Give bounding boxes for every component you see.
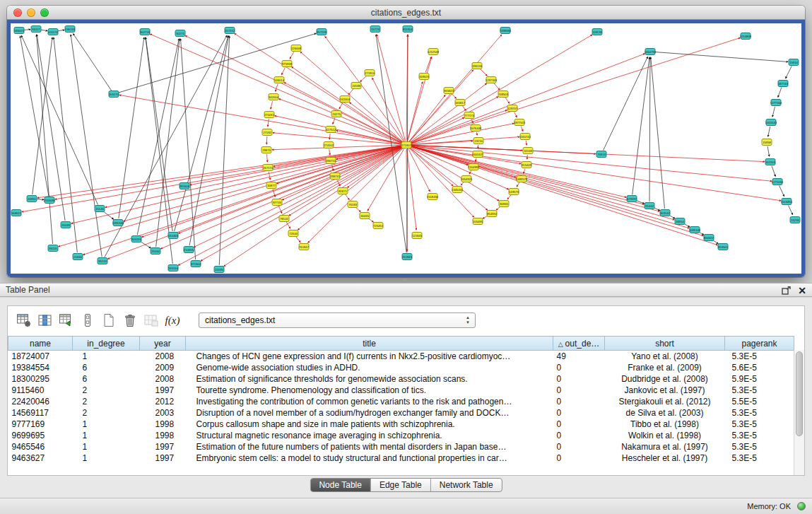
minimize-window-button[interactable] [27,8,35,17]
graph-node[interactable]: 25160 [151,248,160,255]
graph-node[interactable]: 146014 [274,77,285,83]
graph-node[interactable]: 96115 [48,245,58,252]
cell-title[interactable]: Embryonic stem cells: a model to study s… [186,452,553,464]
graph-node[interactable]: 27182 [262,129,272,136]
scrollbar-thumb[interactable] [796,351,803,436]
graph-node[interactable]: 32168 [523,148,533,154]
cell-name[interactable]: 9465546 [8,441,73,452]
cell-name[interactable]: 9777169 [8,419,73,430]
cell-pagerank[interactable]: 5.6E-5 [725,362,794,373]
function-builder-button[interactable]: f(x) [162,310,183,330]
close-window-button[interactable] [13,8,22,17]
row-options-button[interactable] [77,310,98,330]
cell-year[interactable]: 2009 [140,362,186,373]
column-header-name[interactable]: name [8,337,73,351]
cell-title[interactable]: Disruption of a novel member of a sodium… [186,407,553,419]
graph-node[interactable]: 1654923 [461,176,473,182]
graph-node[interactable]: 151469 [168,233,179,239]
graph-node[interactable]: 1877515 [514,119,526,126]
cell-in_degree[interactable]: 1 [73,419,140,430]
cell-in_degree[interactable]: 2 [73,407,140,419]
cell-in_degree[interactable]: 6 [73,373,140,385]
graph-node[interactable]: 15914 [789,59,799,66]
window-titlebar[interactable]: citations_edges.txt [7,6,805,20]
cell-short[interactable]: de Silva et al. (2003) [605,407,725,419]
graph-node[interactable]: 305155 [131,236,142,243]
cell-title[interactable]: Estimation of the future numbers of pati… [186,441,553,452]
graph-node[interactable]: 915449 [522,162,532,168]
graph-node[interactable]: 955823 [444,88,454,94]
column-header-short[interactable]: short [605,337,725,351]
graph-node[interactable]: 854932 [487,211,498,217]
cell-title[interactable]: Investigating the contribution of common… [186,396,553,407]
cell-title[interactable]: Structural magnetic resonance image aver… [186,430,553,441]
graph-node[interactable]: 1664794 [645,49,657,55]
graph-node[interactable]: 298731 [330,173,341,180]
graph-node[interactable]: 811304 [403,26,413,33]
column-header-in_degree[interactable]: in_degree [73,337,140,351]
cell-title[interactable]: Changes of HCN gene expression and I(f) … [186,351,553,362]
float-panel-button[interactable] [782,286,791,295]
graph-node[interactable]: 136118 [65,26,75,33]
graph-node[interactable]: 75913 [596,151,606,158]
cell-pagerank[interactable]: 5.3E-5 [725,385,794,396]
network-canvas[interactable]: 1724072718102418824200424275427512274102… [11,23,801,274]
cell-pagerank[interactable]: 5.3E-5 [725,441,794,452]
graph-node[interactable]: 21666 [73,254,83,260]
graph-node[interactable]: 1297343 [486,77,498,83]
table-row[interactable]: 977716911998Corpus callosum shape and si… [8,419,794,430]
graph-node[interactable]: 1991550 [112,220,124,226]
cell-year[interactable]: 1997 [140,385,186,396]
cell-in_degree[interactable]: 1 [73,430,140,441]
table-row[interactable]: 1872400712008Changes of HCN gene express… [8,351,794,362]
graph-node[interactable]: 725451 [373,223,384,229]
graph-node[interactable]: 172407 [401,142,412,148]
graph-node[interactable]: 72544 [288,230,298,237]
graph-node[interactable]: 29875 [261,147,271,153]
graph-node[interactable]: 1601627 [472,151,484,158]
cell-name[interactable]: 14569117 [8,407,73,419]
graph-node[interactable]: 121845 [412,233,423,239]
cell-pagerank[interactable]: 5.9E-5 [725,373,794,385]
graph-node[interactable]: 165817 [455,100,466,106]
column-header-title[interactable]: title [186,337,553,351]
cell-pagerank[interactable]: 5.3E-5 [725,430,794,441]
graph-node[interactable]: 76183 [348,201,358,208]
cell-name[interactable]: 18724007 [8,351,73,362]
graph-node[interactable]: 1212549 [428,49,440,55]
cell-short[interactable]: Nakamura et al. (1997) [605,441,725,452]
graph-node[interactable]: 30465 [360,213,370,219]
graph-node[interactable]: 271810 [365,70,375,76]
cell-out_degree[interactable]: 0 [553,430,605,441]
graph-node[interactable]: 168621 [11,210,22,216]
graph-node[interactable]: 1345451 [452,187,464,193]
table-row[interactable]: 969969511998Structural magnetic resonanc… [8,430,794,441]
graph-node[interactable]: 242004 [340,96,351,103]
graph-node[interactable]: 157232 [225,28,235,34]
graph-node[interactable]: 78142 [279,216,289,222]
graph-node[interactable]: 38914 [675,218,685,225]
graph-node[interactable]: 777174 [464,112,475,119]
cell-short[interactable]: Wolkin et al. (1998) [605,430,725,441]
graph-node[interactable]: 7204987 [468,164,480,170]
tab-node-table[interactable]: Node Table [310,479,371,491]
graph-node[interactable]: 187743 [778,81,789,87]
graph-node[interactable]: 342004 [269,94,279,100]
graph-node[interactable]: 210655 [184,247,194,253]
graph-node[interactable]: 924501 [718,244,729,250]
graph-node[interactable]: 274102 [324,142,334,148]
tab-edge-table[interactable]: Edge Table [371,479,431,491]
network-table-selector[interactable]: citations_edges.txt ▲▼ [199,313,476,328]
graph-node[interactable]: 13216 [473,138,483,144]
delete-table-button[interactable] [119,310,141,330]
cell-in_degree[interactable]: 2 [73,396,140,407]
tab-network-table[interactable]: Network Table [431,479,502,491]
cell-name[interactable]: 9463627 [8,452,73,464]
import-table-button-disabled[interactable] [141,310,162,330]
graph-node[interactable]: 971504 [191,261,201,267]
graph-node[interactable]: 151845 [402,254,413,260]
graph-node[interactable]: 957228 [317,29,327,35]
graph-node[interactable]: 1676448 [470,125,482,132]
table-row[interactable]: 911546021997Tourette syndrome. Phenomeno… [8,385,794,396]
graph-node[interactable]: 270051 [264,112,275,118]
